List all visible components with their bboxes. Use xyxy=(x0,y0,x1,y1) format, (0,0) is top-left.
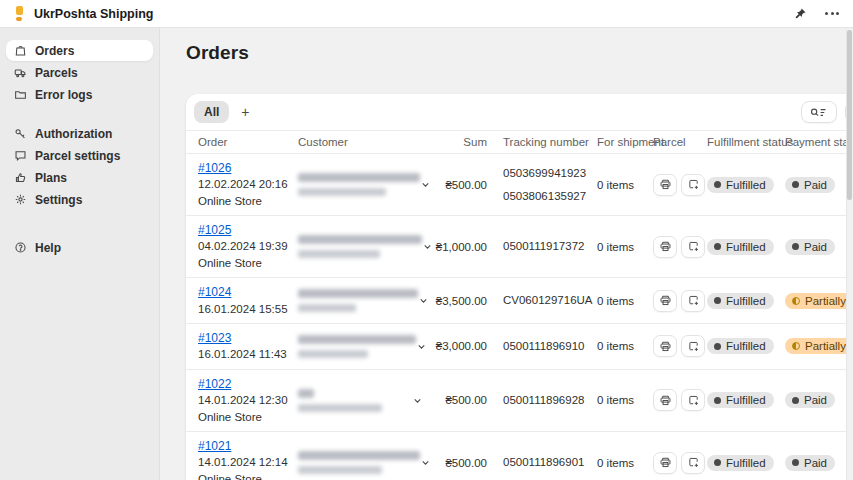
status-dot-icon xyxy=(714,343,721,350)
payment-status-badge: Paid xyxy=(785,239,835,255)
order-link[interactable]: #1024 xyxy=(198,284,231,300)
parcel-cell xyxy=(653,389,707,411)
for-shipment-cell: 0 items xyxy=(591,457,653,469)
sidebar-item-label: Authorization xyxy=(35,127,112,141)
fulfillment-status-label: Fulfilled xyxy=(726,457,766,469)
order-table-row: #102214.01.2024 12:30Online Store₴500.00… xyxy=(186,370,853,432)
search-filter-icon xyxy=(809,106,829,119)
create-parcel-button[interactable] xyxy=(681,290,705,312)
order-cell: #102316.01.2024 11:43 xyxy=(198,330,298,363)
customer-expand-chevron[interactable] xyxy=(422,241,433,252)
tracking-number: 0500111917372 xyxy=(503,235,591,258)
pin-icon[interactable] xyxy=(791,5,809,23)
sidebar-item-authorization[interactable]: Authorization xyxy=(6,123,153,144)
sidebar-item-help[interactable]: Help xyxy=(6,237,153,258)
orders-card: All + Order Customer Sum Tracking number… xyxy=(186,94,853,480)
column-header-parcel: Parcel xyxy=(653,136,707,148)
order-date: 16.01.2024 11:43 xyxy=(198,347,298,363)
tabbar: All + xyxy=(186,94,853,130)
search-filter-button[interactable] xyxy=(801,101,837,123)
orders-bag-icon xyxy=(14,44,27,57)
customer-cell xyxy=(298,173,433,196)
sidebar-item-label: Settings xyxy=(35,193,82,207)
order-date: 16.01.2024 15:55 xyxy=(198,302,298,318)
gear-icon xyxy=(14,193,27,206)
printer-icon xyxy=(659,456,672,469)
status-dot-icon xyxy=(792,459,799,466)
customer-expand-chevron[interactable] xyxy=(420,457,431,468)
column-header-customer: Customer xyxy=(298,136,433,148)
status-dot-icon xyxy=(792,243,799,250)
more-menu-icon[interactable] xyxy=(823,10,841,17)
order-cell: #102214.01.2024 12:30Online Store xyxy=(198,376,298,425)
create-parcel-button[interactable] xyxy=(681,236,705,258)
sidebar-item-error-logs[interactable]: Error logs xyxy=(6,84,153,105)
fulfillment-cell: Fulfilled xyxy=(707,392,785,408)
fulfillment-status-badge: Fulfilled xyxy=(707,392,774,408)
order-link[interactable]: #1021 xyxy=(198,438,231,454)
tracking-number-cell: CV060129716UA xyxy=(491,289,591,312)
customer-phone-redacted xyxy=(298,350,368,358)
table-header: Order Customer Sum Tracking number For s… xyxy=(186,130,853,154)
for-shipment-cell: 0 items xyxy=(591,295,653,307)
order-link[interactable]: #1026 xyxy=(198,160,231,176)
sidebar-item-parcels[interactable]: Parcels xyxy=(6,62,153,83)
customer-expand-chevron[interactable] xyxy=(412,395,423,406)
print-label-button[interactable] xyxy=(653,236,677,258)
print-label-button[interactable] xyxy=(653,389,677,411)
customer-cell xyxy=(298,335,433,358)
create-parcel-button[interactable] xyxy=(681,335,705,357)
print-label-button[interactable] xyxy=(653,335,677,357)
customer-phone-redacted xyxy=(298,466,382,474)
order-link[interactable]: #1023 xyxy=(198,330,231,346)
column-header-sum: Sum xyxy=(433,136,491,148)
order-table-row: #102114.01.2024 12:14Online Store₴500.00… xyxy=(186,432,853,480)
order-date: 04.02.2024 19:39 xyxy=(198,239,298,255)
fulfillment-cell: Fulfilled xyxy=(707,177,785,193)
column-header-payment: Payment status xyxy=(785,136,853,148)
customer-name-redacted xyxy=(298,173,420,182)
status-dot-icon xyxy=(714,181,721,188)
sidebar-item-plans[interactable]: Plans xyxy=(6,167,153,188)
status-dot-icon xyxy=(792,181,799,188)
add-view-button[interactable]: + xyxy=(233,102,257,122)
chevron-down-icon xyxy=(418,295,429,306)
order-cell: #102114.01.2024 12:14Online Store xyxy=(198,438,298,480)
chat-bubble-icon xyxy=(14,149,27,162)
half-circle-icon xyxy=(792,342,800,350)
sidebar-item-settings[interactable]: Settings xyxy=(6,189,153,210)
for-shipment-cell: 0 items xyxy=(591,394,653,406)
fulfillment-status-badge: Fulfilled xyxy=(707,338,774,354)
sidebar-item-parcel-settings[interactable]: Parcel settings xyxy=(6,145,153,166)
customer-cell xyxy=(298,389,433,412)
customer-expand-chevron[interactable] xyxy=(416,341,427,352)
parcel-cell xyxy=(653,452,707,474)
fulfillment-status-badge: Fulfilled xyxy=(707,455,774,471)
sum-cell: ₴3,000.00 xyxy=(433,340,491,352)
print-label-button[interactable] xyxy=(653,290,677,312)
print-label-button[interactable] xyxy=(653,174,677,196)
payment-cell: Paid xyxy=(785,239,853,255)
fulfillment-status-label: Fulfilled xyxy=(726,179,766,191)
order-link[interactable]: #1025 xyxy=(198,222,231,238)
page-title: Orders xyxy=(186,42,853,64)
create-parcel-button[interactable] xyxy=(681,452,705,474)
customer-expand-chevron[interactable] xyxy=(418,295,429,306)
scrollbar-thumb[interactable] xyxy=(847,30,852,200)
customer-name-redacted xyxy=(298,289,418,298)
create-parcel-button[interactable] xyxy=(681,174,705,196)
sidebar-item-orders[interactable]: Orders xyxy=(6,40,153,61)
app-identity: UkrPoshta Shipping xyxy=(14,6,153,22)
customer-name-redacted xyxy=(298,451,420,460)
tab-all[interactable]: All xyxy=(194,101,229,123)
print-label-button[interactable] xyxy=(653,452,677,474)
create-parcel-button[interactable] xyxy=(681,389,705,411)
customer-expand-chevron[interactable] xyxy=(420,179,431,190)
column-header-for-shipment: For shipment xyxy=(591,136,653,148)
parcel-cell xyxy=(653,236,707,258)
orders-table-body: #102612.02.2024 20:16Online Store₴500.00… xyxy=(186,154,853,480)
half-circle-icon xyxy=(792,297,800,305)
parcel-cell xyxy=(653,290,707,312)
order-date: 14.01.2024 12:14 xyxy=(198,455,298,471)
order-link[interactable]: #1022 xyxy=(198,376,231,392)
